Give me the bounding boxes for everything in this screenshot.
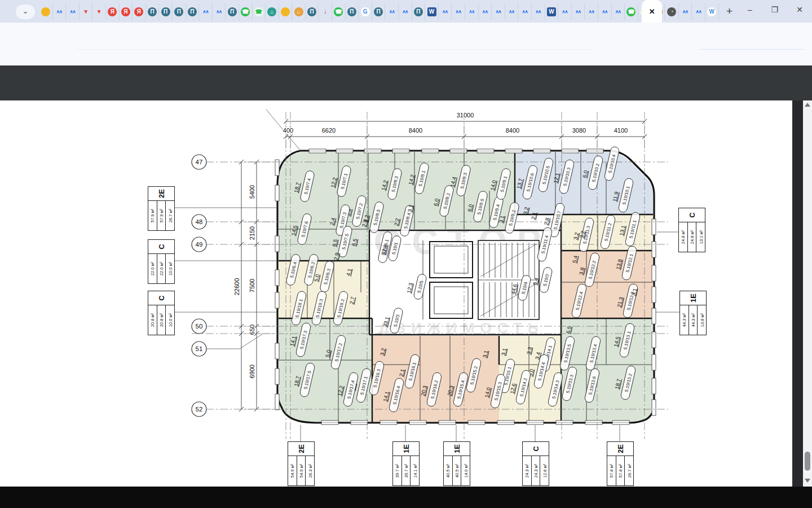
pinned-tabs: ∧∧∧∧▼▼ЯЯЯПППП∧∧∧∧П☎☎⌂⌂П↓☎ПGП∧∧∧∧ПW∧∧∧∧∧∧… <box>39 3 665 20</box>
apartment-stamp: С10.0 м²20.8 м²20.8 м² <box>148 291 175 335</box>
apartment-stamp: 1Е14.0 м²40.5 м²40.5 м² <box>443 441 470 486</box>
pinned-tab[interactable]: ∧∧ <box>505 3 519 20</box>
pinned-tab[interactable]: П <box>146 3 160 20</box>
svg-text:6900: 6900 <box>249 365 255 378</box>
browser-toolbar: ← → ⟳ iФайл C:/Users/PL-OTD~1/AppData/Lo… <box>0 23 812 50</box>
pinned-tab[interactable]: ☎ <box>253 3 266 20</box>
pinned-tab[interactable] <box>39 3 53 20</box>
pinned-tab[interactable]: Я <box>120 3 133 20</box>
pinned-tab[interactable]: П <box>412 3 426 20</box>
pinned-tab[interactable]: ∧∧ <box>213 3 226 20</box>
svg-text:8400: 8400 <box>409 127 422 134</box>
pinned-tab[interactable] <box>279 3 293 20</box>
pinned-tab[interactable]: П <box>346 3 359 20</box>
screen: ⌄ ∧∧∧∧▼▼ЯЯЯПППП∧∧∧∧П☎☎⌂⌂П↓☎ПGП∧∧∧∧ПW∧∧∧∧… <box>0 0 812 508</box>
active-tab[interactable]: ✕ <box>642 0 662 23</box>
overall-width-dimension: 31000 <box>457 112 474 119</box>
pinned-tab[interactable]: G <box>359 3 372 20</box>
pinned-tab[interactable]: ∧∧ <box>199 3 213 20</box>
svg-text:12.3: 12.3 <box>405 282 414 294</box>
pinned-tab[interactable]: П <box>159 3 173 20</box>
svg-text:2150: 2150 <box>249 226 255 240</box>
pdf-page: РОСТОР НЕДВИЖИМОСТЬ <box>0 100 792 487</box>
pinned-tab[interactable]: ∧∧ <box>558 3 572 20</box>
pinned-tab[interactable]: П <box>173 3 186 20</box>
apartment-stamp: С12.6 м²24.3 м²24.3 м² <box>522 441 549 486</box>
pinned-tab[interactable]: ◔ <box>665 3 679 20</box>
svg-text:50: 50 <box>196 323 203 330</box>
pinned-tab[interactable]: ⌂ <box>292 3 306 20</box>
tab-strip: ⌄ ∧∧∧∧▼▼ЯЯЯПППП∧∧∧∧П☎☎⌂⌂П↓☎ПGП∧∧∧∧ПW∧∧∧∧… <box>0 0 812 23</box>
pinned-tab[interactable]: W <box>425 3 439 20</box>
svg-text:51: 51 <box>196 345 203 352</box>
pinned-tab[interactable]: ∧∧ <box>585 3 598 20</box>
scrollbar-thumb[interactable] <box>805 452 810 471</box>
pinned-tab[interactable]: ▼ <box>92 3 106 20</box>
pinned-tab[interactable]: ⌂ <box>266 3 279 20</box>
svg-text:5400: 5400 <box>249 185 255 199</box>
window-close-button[interactable]: ✕ <box>788 0 811 19</box>
svg-text:4100: 4100 <box>614 127 628 134</box>
scrollbar-track[interactable] <box>803 100 812 487</box>
svg-text:650: 650 <box>249 325 255 335</box>
new-tab-button[interactable]: + <box>721 3 738 20</box>
svg-text:52: 52 <box>196 406 203 413</box>
pinned-tab[interactable]: ∧∧ <box>479 3 492 20</box>
apartment-stamp: 1Е13.8 м²44.3 м²44.3 м² <box>679 291 707 335</box>
taskbar: W РУС 14:22 21.08.2025 <box>0 487 812 508</box>
svg-text:47: 47 <box>196 159 203 165</box>
pinned-tab[interactable]: П <box>226 3 239 20</box>
svg-text:49: 49 <box>196 241 203 248</box>
pinned-tab[interactable]: ∧∧ <box>452 3 465 20</box>
pinned-tab[interactable]: ∧∧ <box>532 3 545 20</box>
watermark-text-2: НЕДВИЖИМОСТЬ <box>347 319 544 336</box>
svg-text:7500: 7500 <box>249 279 255 292</box>
pinned-tab[interactable]: ∧∧ <box>399 3 412 20</box>
pinned-tab[interactable]: ∧∧ <box>385 3 399 20</box>
pinned-tab[interactable]: Я <box>106 3 120 20</box>
pinned-tab[interactable]: ∧∧ <box>572 3 585 20</box>
pinned-tab[interactable]: ∧∧ <box>598 3 612 20</box>
tab-search-chevron-icon[interactable]: ⌄ <box>16 5 35 19</box>
pinned-tab[interactable]: П <box>306 3 319 20</box>
room-label: 5.19/2 <box>539 266 553 293</box>
pinned-tab[interactable]: П <box>372 3 386 20</box>
room-label: 5.19/5 <box>413 273 427 300</box>
apartment-stamp: 2Е26.3 м²54.9 м²54.9 м² <box>288 441 315 486</box>
pinned-tab[interactable]: ∧∧ <box>492 3 505 20</box>
scroll-up-icon[interactable] <box>805 103 810 107</box>
pdf-background-strip <box>792 100 803 487</box>
apartment-stamp: 2Е26.7 м²57.8 м²57.8 м² <box>607 441 634 486</box>
bookmarks-bar: Рабочий стол <box>0 50 812 65</box>
pinned-tab[interactable]: ∧∧ <box>692 3 705 20</box>
scroll-down-icon[interactable] <box>805 479 810 483</box>
pinned-tab[interactable]: ∧∧ <box>439 3 452 20</box>
pinned-tab[interactable]: ∧∧ <box>679 3 692 20</box>
pinned-tab[interactable]: ∧∧ <box>612 3 625 20</box>
pinned-tab[interactable]: ∧∧ <box>53 3 67 20</box>
pinned-tab[interactable]: ☎ <box>625 3 638 20</box>
apartment-stamp: 2Е26.7 м²57.9 м²57.9 м² <box>148 186 175 231</box>
window-minimize-button[interactable]: – <box>739 0 761 19</box>
overall-height-dimension: 22600 <box>233 278 240 296</box>
pinned-tab[interactable]: Я <box>133 3 146 20</box>
pinned-tab[interactable]: ∧∧ <box>465 3 479 20</box>
pinned-tab[interactable]: ▼ <box>80 3 93 20</box>
svg-text:3080: 3080 <box>572 127 586 134</box>
svg-text:8400: 8400 <box>506 127 519 134</box>
pinned-tab[interactable]: ☎ <box>332 3 346 20</box>
svg-text:48: 48 <box>196 218 203 225</box>
pinned-tab[interactable]: ∧∧ <box>66 3 80 20</box>
pinned-tab[interactable]: ☎ <box>239 3 253 20</box>
pinned-tab[interactable]: ∧∧ <box>518 3 532 20</box>
apartment-stamp: 1Е14.1 м²39.7 м²39.7 м² <box>392 441 420 486</box>
pinned-tab[interactable]: ↓ <box>319 3 332 20</box>
pinned-tab[interactable]: П <box>186 3 200 20</box>
apartment-stamp: С13.1 м²24.8 м²24.8 м² <box>678 208 705 252</box>
pinned-tab[interactable]: W <box>545 3 559 20</box>
pinned-tab[interactable]: W <box>705 3 719 20</box>
window-maximize-button[interactable]: ❐ <box>764 0 786 19</box>
svg-text:400: 400 <box>283 127 293 134</box>
pdf-toolbar: Договор участия в долевом строительстве-… <box>0 65 812 100</box>
tabs-after-active: ◔∧∧∧∧W <box>665 3 718 20</box>
